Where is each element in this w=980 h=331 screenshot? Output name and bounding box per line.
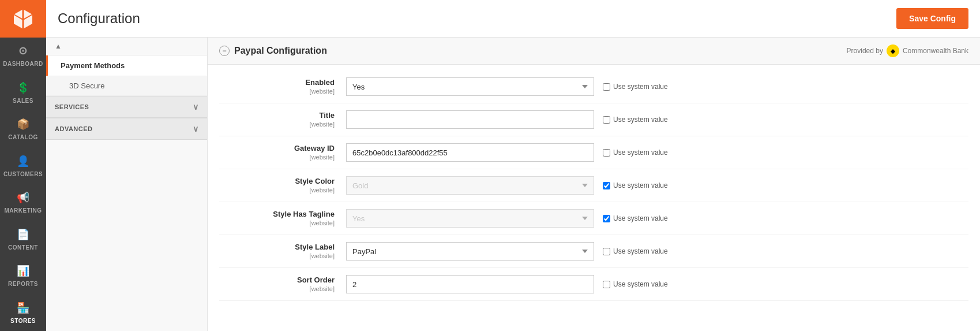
chevron-down-icon: ∨	[193, 124, 199, 133]
form-row-style_color: Style Color[website]GoldBlueSilverWhiteB…	[219, 169, 968, 202]
checkbox-system-value-enabled[interactable]	[603, 83, 610, 91]
use-system-value-enabled[interactable]: Use system value	[603, 83, 668, 91]
checkbox-system-value-style_has_tagline[interactable]	[603, 215, 610, 222]
use-system-label-gateway_id: Use system value	[613, 148, 668, 157]
sidebar-item-label: CONTENT	[8, 244, 38, 251]
provided-by: Provided by ◆ Commonwealth Bank	[847, 44, 968, 57]
input-gateway_id[interactable]	[346, 143, 594, 162]
sidebar-item-reports[interactable]: 📊 REPORTS	[0, 258, 46, 295]
sales-icon: 💲	[17, 81, 30, 94]
reports-icon: 📊	[17, 265, 30, 277]
select-style_color[interactable]: GoldBlueSilverWhiteBlack	[346, 176, 594, 195]
form-row-sort_order: Sort Order[website]Use system value	[219, 268, 968, 301]
form-row-title: Title[website]Use system value	[219, 103, 968, 136]
use-system-value-sort_order[interactable]: Use system value	[603, 280, 668, 288]
body-layout: ▲ Payment Methods 3D Secure SERVICES ∨ A…	[46, 38, 980, 331]
catalog-icon: 📦	[17, 118, 30, 131]
sidebar-item-label: CATALOG	[8, 134, 37, 140]
sidebar-item-label: CUSTOMERS	[3, 171, 43, 177]
label-sort_order: Sort Order	[219, 276, 335, 284]
select-enabled[interactable]: YesNo	[346, 77, 594, 96]
label-style_has_tagline: Style Has Tagline	[219, 210, 335, 218]
scope-style_label: [website]	[310, 252, 335, 259]
checkbox-system-value-style_color[interactable]	[603, 182, 610, 189]
page-title: Configuration	[58, 10, 140, 27]
input-title[interactable]	[346, 110, 594, 129]
label-title: Title	[219, 111, 335, 120]
sidebar-item-marketing[interactable]: 📢 MARKETING	[0, 184, 46, 221]
use-system-value-style_label[interactable]: Use system value	[603, 247, 668, 255]
nav-section-advanced[interactable]: ADVANCED ∨	[46, 118, 207, 140]
commonwealth-bank-logo: ◆	[887, 44, 899, 57]
scope-enabled: [website]	[310, 88, 335, 95]
main-content: Configuration Save Config ▲ Payment Meth…	[46, 0, 980, 331]
form-row-style_label: Style Label[website]PayPalCheckoutPayBuy…	[219, 235, 968, 268]
magento-logo[interactable]	[0, 0, 46, 38]
sidebar-item-label: SALES	[13, 98, 33, 104]
left-panel: ▲ Payment Methods 3D Secure SERVICES ∨ A…	[46, 38, 208, 331]
paypal-section-title: − Paypal Configuration	[219, 46, 327, 56]
scope-style_has_tagline: [website]	[310, 220, 335, 226]
select-style_has_tagline[interactable]: YesNo	[346, 209, 594, 228]
use-system-label-title: Use system value	[613, 116, 668, 124]
nav-item-payment-methods[interactable]: Payment Methods	[46, 55, 207, 76]
collapse-icon[interactable]: −	[219, 46, 230, 56]
sidebar-item-label: REPORTS	[8, 281, 38, 287]
sidebar-item-content[interactable]: 📄 CONTENT	[0, 221, 46, 258]
dashboard-icon: ⊙	[18, 44, 28, 57]
input-sort_order[interactable]	[346, 275, 594, 293]
label-style_color: Style Color	[219, 177, 335, 185]
marketing-icon: 📢	[17, 191, 30, 204]
label-style_label: Style Label	[219, 243, 335, 251]
sidebar-item-catalog[interactable]: 📦 CATALOG	[0, 111, 46, 148]
use-system-value-style_has_tagline[interactable]: Use system value	[603, 214, 668, 222]
checkbox-system-value-sort_order[interactable]	[603, 281, 610, 288]
form-row-gateway_id: Gateway ID[website]Use system value	[219, 136, 968, 169]
sidebar-item-sales[interactable]: 💲 SALES	[0, 75, 46, 111]
sidebar-item-dashboard[interactable]: ⊙ DASHBOARD	[0, 38, 46, 75]
scope-title: [website]	[310, 121, 335, 128]
sidebar-item-label: MARKETING	[4, 207, 42, 214]
checkbox-system-value-title[interactable]	[603, 116, 610, 124]
sidebar-item-customers[interactable]: 👤 CUSTOMERS	[0, 148, 46, 185]
right-panel: − Paypal Configuration Provided by ◆ Com…	[208, 38, 980, 331]
checkbox-system-value-gateway_id[interactable]	[603, 149, 610, 157]
use-system-value-gateway_id[interactable]: Use system value	[603, 148, 668, 157]
nav-scroll-indicator: ▲	[46, 38, 207, 55]
checkbox-system-value-style_label[interactable]	[603, 248, 610, 255]
content-icon: 📄	[17, 228, 30, 241]
scope-gateway_id: [website]	[310, 154, 335, 161]
stores-icon: 🏪	[17, 302, 30, 314]
use-system-label-sort_order: Use system value	[613, 280, 668, 288]
page-header: Configuration Save Config	[46, 0, 980, 38]
use-system-value-style_color[interactable]: Use system value	[603, 181, 668, 189]
select-style_label[interactable]: PayPalCheckoutPayBuy Now	[346, 242, 594, 261]
sidebar-item-label: STORES	[10, 318, 36, 324]
scope-sort_order: [website]	[310, 285, 335, 292]
sidebar: ⊙ DASHBOARD 💲 SALES 📦 CATALOG 👤 CUSTOMER…	[0, 0, 46, 331]
paypal-section-header: − Paypal Configuration Provided by ◆ Com…	[208, 38, 980, 65]
use-system-label-style_label: Use system value	[613, 247, 668, 255]
paypal-form: Enabled[website]YesNoUse system valueTit…	[208, 65, 980, 313]
use-system-value-title[interactable]: Use system value	[603, 116, 668, 124]
form-row-enabled: Enabled[website]YesNoUse system value	[219, 70, 968, 103]
customers-icon: 👤	[17, 155, 30, 168]
save-config-button[interactable]: Save Config	[896, 8, 968, 29]
nav-section-services[interactable]: SERVICES ∨	[46, 96, 207, 118]
use-system-label-style_color: Use system value	[613, 181, 668, 189]
label-enabled: Enabled	[219, 78, 335, 87]
sidebar-item-label: DASHBOARD	[3, 61, 43, 67]
nav-sub-item-3d-secure[interactable]: 3D Secure	[46, 76, 207, 96]
use-system-label-style_has_tagline: Use system value	[613, 214, 668, 222]
use-system-label-enabled: Use system value	[613, 83, 668, 91]
label-gateway_id: Gateway ID	[219, 144, 335, 153]
chevron-down-icon: ∨	[193, 102, 199, 111]
sidebar-item-stores[interactable]: 🏪 STORES	[0, 295, 46, 332]
form-row-style_has_tagline: Style Has Tagline[website]YesNoUse syste…	[219, 202, 968, 235]
scope-style_color: [website]	[310, 187, 335, 194]
